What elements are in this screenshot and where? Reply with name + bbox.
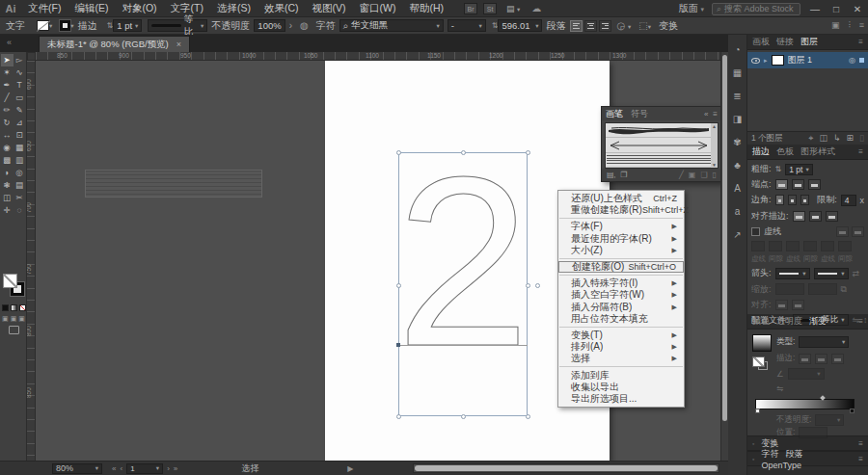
tool-magic-wand[interactable]: ✶ [1,66,14,79]
tool-hand[interactable]: ✛ [1,204,14,217]
collapse-panels-icon[interactable]: « [7,38,12,47]
panel-collapse-icon[interactable]: « [704,110,708,119]
gradient-stop-end[interactable] [850,409,854,413]
draw-inside-icon[interactable]: ▣ [18,315,25,323]
layers-tab-0[interactable]: 画板 [752,37,770,46]
tool-slice[interactable]: ✂ [14,192,26,204]
arrowhead-end-select[interactable]: ▾ [814,268,849,279]
layer-name[interactable]: 图层 1 [788,54,813,66]
ruler-origin-corner[interactable] [27,52,36,61]
fill-color-swatch[interactable] [37,20,49,31]
gradient-stroke-along-button[interactable] [815,354,827,364]
gradient-thumbnail[interactable] [752,334,772,352]
tool-rectangle[interactable]: ▭ [14,92,26,104]
context-menu-item-20[interactable]: 导出所选项目... [558,393,684,405]
panel-menu-icon[interactable]: ≡ [713,110,718,119]
dash-field-5[interactable] [838,241,852,251]
arrow-scale-start-field[interactable] [775,283,804,295]
control-menu-icon[interactable]: ≡ [859,20,864,31]
reverse-gradient-icon[interactable]: ⇋ [776,383,783,393]
close-button[interactable]: ✕ [851,4,864,14]
arrow-scale-end-field[interactable] [808,283,837,295]
brush-lines[interactable] [606,153,712,168]
layers-menu-icon[interactable]: ≡ [858,38,863,46]
horizontal-scrollbar[interactable] [413,463,719,473]
gradient-tab-1[interactable]: 透明度 [776,316,802,326]
dash-field-2[interactable] [786,241,800,251]
status-expand-icon[interactable]: ▶ [347,464,353,473]
tool-pen[interactable]: ✒ [1,79,14,92]
tool-perspective-grid[interactable]: ▦ [14,142,26,154]
stroke-menu-icon[interactable]: ≡ [858,147,863,156]
color-mode-button[interactable] [2,304,9,311]
delete-brush-icon[interactable]: ▯ [713,171,717,179]
bbox-handle[interactable] [526,150,530,155]
tool-gradient[interactable]: ▥ [14,154,26,167]
gradient-mode-button[interactable] [11,304,17,311]
artboard-number-select[interactable]: 1▾ [126,463,163,474]
bbox-handle[interactable] [396,283,401,288]
tab-close-icon[interactable]: × [176,40,181,49]
none-mode-button[interactable] [19,304,26,311]
font-size-stepper[interactable]: ⇅ [492,21,499,30]
first-artboard-icon[interactable]: « [112,464,116,473]
prev-artboard-icon[interactable]: ‹ [120,464,122,473]
tool-eyedropper[interactable]: ◗ [1,167,14,179]
layer-target-icon[interactable]: ◎ [849,56,855,65]
context-menu-item-1[interactable]: 重做创建轮廓(R)Shift+Ctrl+Z [558,204,684,216]
layer-visibility-icon[interactable] [751,58,760,64]
miter-join-button[interactable] [775,195,784,205]
make-mask-icon[interactable]: ◫ [819,133,827,144]
paragraph-styles-icon[interactable]: a [735,206,741,218]
menu-item-6[interactable]: 视图(V) [306,2,353,13]
gradient-opacity-field[interactable]: ▾ [815,414,844,426]
dash-field-1[interactable] [769,241,782,251]
paragraph-label[interactable]: 段落 [546,19,565,33]
tool-type[interactable]: T [14,79,26,92]
tab-symbols[interactable]: 符号 [631,108,648,120]
context-menu-item-7[interactable]: 创建轮廓(O)Shift+Ctrl+O [558,261,684,273]
layers-tab-1[interactable]: 链接 [776,37,794,46]
tool-symbol-sprayer[interactable]: ❃ [1,179,14,192]
tool-shape-builder[interactable]: ◉ [1,142,14,154]
gradient-midpoint[interactable] [820,395,826,401]
bbox-handle[interactable] [461,414,466,419]
character-label[interactable]: 字符 [316,19,336,33]
pathfinder-icon[interactable]: ◨ [733,114,742,125]
dash-field-4[interactable] [821,241,834,251]
libraries-panel-icon[interactable]: ❐ [620,171,627,179]
tab-brushes[interactable]: 画笔 [606,108,623,120]
transform-menu-icon[interactable]: ≡ [858,439,863,448]
layer-row[interactable]: ▸ 图层 1 ◎ [747,52,868,68]
flip-across-icon[interactable]: ↕ [863,315,868,325]
tool-width[interactable]: ↔ [1,129,14,142]
dashed-line-checkbox[interactable] [751,227,760,236]
document-tab[interactable]: 未标题-1* @ 80% (RGB/预览) × [39,36,190,52]
align-dash-button[interactable] [852,226,864,237]
menu-item-5[interactable]: 效果(C) [258,2,306,13]
tool-line-segment[interactable]: ╱ [1,92,14,104]
type-tab-2[interactable]: OpenType [761,461,801,470]
new-layer-icon[interactable]: ⊞ [847,133,854,144]
gradient-tab-0[interactable]: 颜色 [752,316,770,326]
tool-free-transform[interactable]: ⊡ [14,129,26,142]
opacity-field[interactable]: 100% [254,19,285,32]
bbox-handle[interactable] [461,150,466,155]
tool-zoom[interactable]: ◌ [14,204,26,217]
layer-thumbnail[interactable] [772,55,784,66]
context-menu-item-16[interactable]: 选择▶ [558,353,684,364]
menu-item-7[interactable]: 窗口(W) [353,2,403,13]
align-center-button[interactable] [584,20,597,32]
stroke-color-swatch[interactable] [60,20,70,31]
menu-item-8[interactable]: 帮助(H) [403,2,451,13]
zoom-level-select[interactable]: 80%▾ [52,463,102,474]
minimize-button[interactable]: — [808,4,822,14]
gradient-stop-start[interactable] [755,409,760,413]
stroke-tab-2[interactable]: 图形样式 [800,146,835,156]
new-sublayer-icon[interactable]: ↳ [833,133,841,144]
stock-icon[interactable]: St [483,3,497,14]
round-cap-button[interactable] [792,179,804,190]
stroke-weight-field[interactable]: 1 pt▾ [113,19,142,32]
select-similar-icon[interactable]: ⬚▾ [638,20,651,31]
gradient-stroke-across-button[interactable] [831,354,844,364]
